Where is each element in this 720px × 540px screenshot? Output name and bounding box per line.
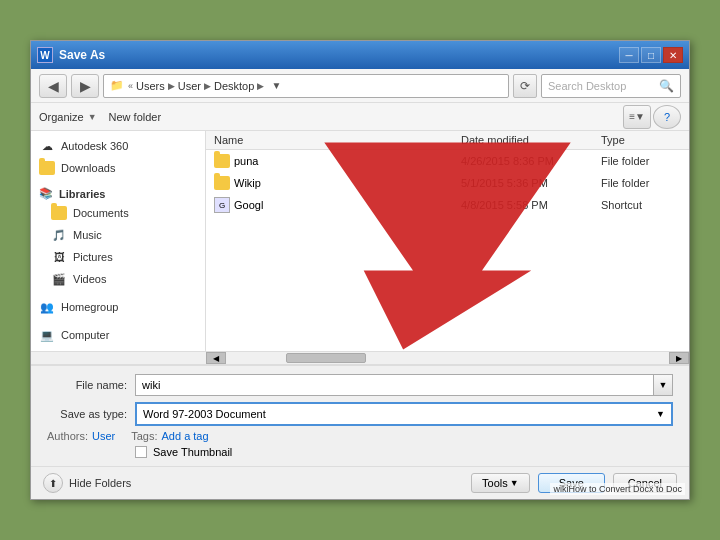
sidebar-item-label: Pictures: [73, 251, 113, 263]
file-date: 4/8/2015 5:58 PM: [461, 199, 601, 211]
savetype-select[interactable]: Word 97-2003 Document ▼: [135, 402, 673, 426]
sidebar-item-label: Computer: [61, 329, 109, 341]
sidebar-item-label: Music: [73, 229, 102, 241]
tools-dropdown-icon: ▼: [510, 478, 519, 488]
file-area: Name Date modified Type puna 4/26/2015 8…: [206, 131, 689, 351]
bottom-bar: ⬆ Hide Folders Tools ▼ Save Cancel wikiH…: [31, 466, 689, 499]
table-row[interactable]: Wikip 5/1/2015 5:36 PM File folder: [206, 172, 689, 194]
sidebar-item-homegroup[interactable]: 👥 Homegroup: [31, 296, 205, 318]
cloud-icon: ☁: [39, 138, 55, 154]
pictures-icon: 🖼: [51, 249, 67, 265]
minimize-button[interactable]: ─: [619, 47, 639, 63]
sidebar-item-label: Documents: [73, 207, 129, 219]
organize-button[interactable]: Organize ▼: [39, 111, 97, 123]
maximize-button[interactable]: □: [641, 47, 661, 63]
file-name-text: Googl: [234, 199, 263, 211]
view-list-button[interactable]: ≡▼: [623, 105, 651, 129]
sidebar-item-documents[interactable]: Documents: [31, 202, 205, 224]
breadcrumb: « Users ▶ User ▶ Desktop ▶: [128, 80, 264, 92]
search-placeholder: Search Desktop: [548, 80, 626, 92]
file-type: File folder: [601, 155, 681, 167]
save-as-window: W Save As ─ □ ✕ ◀ ▶ 📁 « Users ▶ User ▶ D…: [30, 40, 690, 500]
view-icons: ≡▼ ?: [623, 105, 681, 129]
filename-label: File name:: [47, 379, 127, 391]
hide-folders-icon: ⬆: [43, 473, 63, 493]
help-button[interactable]: ?: [653, 105, 681, 129]
action-bar: Organize ▼ New folder ≡▼ ?: [31, 103, 689, 131]
authors-value[interactable]: User: [92, 430, 115, 442]
authors-label: Authors:: [47, 430, 88, 442]
file-type: Shortcut: [601, 199, 681, 211]
filename-input-group: ▼: [135, 374, 673, 396]
thumbnail-checkbox[interactable]: [135, 446, 147, 458]
sidebar-item-music[interactable]: 🎵 Music: [31, 224, 205, 246]
homegroup-icon: 👥: [39, 299, 55, 315]
column-name[interactable]: Name: [214, 134, 461, 146]
scrollbar-thumb[interactable]: [286, 353, 366, 363]
sidebar-item-label: Autodesk 360: [61, 140, 128, 152]
tags-item: Tags: Add a tag: [131, 430, 208, 442]
hide-folders-label: Hide Folders: [69, 477, 131, 489]
table-row[interactable]: G Googl 4/8/2015 5:58 PM Shortcut: [206, 194, 689, 216]
file-date: 4/26/2015 8:36 PM: [461, 155, 601, 167]
breadcrumb-users[interactable]: Users: [136, 80, 165, 92]
file-header: Name Date modified Type: [206, 131, 689, 150]
breadcrumb-desktop[interactable]: Desktop: [214, 80, 254, 92]
authors-item: Authors: User: [47, 430, 115, 442]
sidebar-item-label: Downloads: [61, 162, 115, 174]
search-icon[interactable]: 🔍: [659, 79, 674, 93]
filename-input[interactable]: [135, 374, 653, 396]
back-button[interactable]: ◀: [39, 74, 67, 98]
hide-folders-button[interactable]: ⬆ Hide Folders: [43, 473, 131, 493]
address-dropdown-button[interactable]: ▼: [268, 75, 284, 97]
filename-row: File name: ▼: [47, 374, 673, 396]
refresh-button[interactable]: ⟳: [513, 74, 537, 98]
filename-dropdown-button[interactable]: ▼: [653, 374, 673, 396]
libraries-section: 📚 Libraries: [31, 183, 205, 202]
address-toolbar: ◀ ▶ 📁 « Users ▶ User ▶ Desktop ▶ ▼ ⟳ Sea…: [31, 69, 689, 103]
column-date[interactable]: Date modified: [461, 134, 601, 146]
table-row[interactable]: puna 4/26/2015 8:36 PM File folder: [206, 150, 689, 172]
horizontal-scrollbar[interactable]: ◀ ▶: [31, 351, 689, 365]
file-list: puna 4/26/2015 8:36 PM File folder Wikip…: [206, 150, 689, 216]
file-type: File folder: [601, 177, 681, 189]
tools-button[interactable]: Tools ▼: [471, 473, 530, 493]
sidebar-item-label: Homegroup: [61, 301, 118, 313]
thumbnail-row: Save Thumbnail: [135, 446, 673, 458]
savetype-row: Save as type: Word 97-2003 Document ▼: [47, 402, 673, 426]
address-bar[interactable]: 📁 « Users ▶ User ▶ Desktop ▶ ▼: [103, 74, 509, 98]
organize-dropdown-icon: ▼: [88, 112, 97, 122]
sidebar-item-autodesk[interactable]: ☁ Autodesk 360: [31, 135, 205, 157]
sidebar-item-pictures[interactable]: 🖼 Pictures: [31, 246, 205, 268]
forward-button[interactable]: ▶: [71, 74, 99, 98]
search-bar[interactable]: Search Desktop 🔍: [541, 74, 681, 98]
savetype-label: Save as type:: [47, 408, 127, 420]
library-icon: 📚: [39, 187, 53, 200]
window-controls: ─ □ ✕: [619, 47, 683, 63]
sidebar-item-downloads[interactable]: Downloads: [31, 157, 205, 179]
new-folder-button[interactable]: New folder: [109, 111, 162, 123]
title-bar-left: W Save As: [37, 47, 105, 63]
savetype-value: Word 97-2003 Document: [143, 408, 266, 420]
sidebar-item-computer[interactable]: 💻 Computer: [31, 324, 205, 346]
tags-label: Tags:: [131, 430, 157, 442]
tags-value[interactable]: Add a tag: [162, 430, 209, 442]
column-type[interactable]: Type: [601, 134, 681, 146]
breadcrumb-user[interactable]: User: [178, 80, 201, 92]
folder-icon: [39, 160, 55, 176]
thumbnail-label: Save Thumbnail: [153, 446, 232, 458]
shortcut-icon: G: [214, 197, 230, 213]
file-name-text: Wikip: [234, 177, 261, 189]
music-icon: 🎵: [51, 227, 67, 243]
window-title: Save As: [59, 48, 105, 62]
folder-icon: [214, 176, 230, 190]
title-bar: W Save As ─ □ ✕: [31, 41, 689, 69]
documents-icon: [51, 205, 67, 221]
word-icon: W: [37, 47, 53, 63]
sidebar-item-videos[interactable]: 🎬 Videos: [31, 268, 205, 290]
folder-icon: [214, 154, 230, 168]
sidebar: ☁ Autodesk 360 Downloads 📚 Libraries: [31, 131, 206, 351]
savetype-dropdown-icon: ▼: [656, 409, 665, 419]
file-name-text: puna: [234, 155, 258, 167]
close-button[interactable]: ✕: [663, 47, 683, 63]
